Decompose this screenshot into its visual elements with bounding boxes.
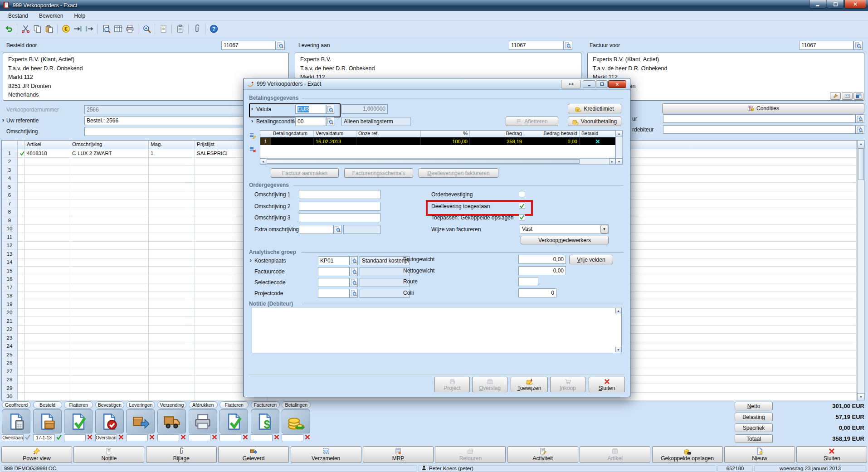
bottomtoolbar-bijlage-button[interactable]: Bijlage bbox=[146, 446, 217, 463]
analytic-lookup-2[interactable] bbox=[350, 278, 358, 287]
grid-row-number[interactable]: 22 bbox=[2, 326, 18, 334]
toolbar-note-button[interactable] bbox=[157, 23, 169, 35]
notitie-scroll-down[interactable]: ▼ bbox=[615, 347, 621, 352]
toolbar-back-button[interactable] bbox=[3, 23, 15, 35]
grid-cell[interactable] bbox=[25, 275, 70, 284]
grid-cell[interactable] bbox=[149, 250, 195, 258]
grid-cell[interactable] bbox=[70, 208, 149, 217]
toolbar-copy-button[interactable] bbox=[31, 23, 43, 35]
grid-row-number[interactable]: 26 bbox=[2, 359, 18, 368]
grid-row-number[interactable]: 24 bbox=[2, 342, 18, 351]
grid-cell[interactable] bbox=[149, 367, 195, 376]
toepassen-checkbox[interactable] bbox=[519, 214, 525, 220]
workflow-step-button-2[interactable] bbox=[64, 409, 93, 433]
party-lookup-button-0[interactable] bbox=[276, 41, 285, 50]
workflow-step-button-6[interactable] bbox=[189, 409, 217, 433]
right-field-1[interactable] bbox=[663, 125, 855, 134]
payment-scroll-thumb[interactable] bbox=[267, 159, 580, 164]
grid-cell[interactable] bbox=[149, 317, 195, 326]
grid-row-number[interactable]: 7 bbox=[2, 200, 18, 208]
grid-cell[interactable] bbox=[25, 175, 70, 183]
grid-cell[interactable] bbox=[25, 200, 70, 208]
verkoopmedewerkers-button[interactable]: Verkoopmedewerkers bbox=[521, 236, 609, 244]
payment-row-number[interactable]: 1 bbox=[260, 137, 271, 145]
grid-cell[interactable] bbox=[25, 367, 70, 376]
betalingsconditie-lookup-button[interactable] bbox=[326, 117, 334, 126]
grid-cell[interactable] bbox=[149, 166, 195, 175]
grid-cell[interactable] bbox=[25, 166, 70, 175]
omschrijving-field-2[interactable] bbox=[299, 202, 380, 211]
grid-cell[interactable] bbox=[25, 384, 70, 393]
grid-cell[interactable]: 1 bbox=[149, 149, 195, 158]
grid-cell[interactable] bbox=[25, 326, 70, 334]
dialog-close-button[interactable] bbox=[608, 80, 626, 88]
grid-cell[interactable] bbox=[149, 225, 195, 234]
grid-cell[interactable]: 4818318 bbox=[25, 149, 70, 158]
grid-cell[interactable] bbox=[149, 334, 195, 342]
grid-cell[interactable] bbox=[70, 292, 149, 301]
workflow-step-label-8[interactable]: Factureren bbox=[251, 401, 280, 409]
grid-row-number[interactable]: 15 bbox=[2, 267, 18, 275]
workflow-step-button-1[interactable] bbox=[33, 409, 62, 433]
right-field-lookup-1[interactable] bbox=[855, 125, 864, 134]
workflow-step-label-2[interactable]: Fiatteren bbox=[64, 401, 93, 409]
grid-cell[interactable] bbox=[25, 250, 70, 258]
toolbar-clipboard-button[interactable] bbox=[174, 23, 186, 35]
kredietlimiet-button[interactable]: Kredietlimiet bbox=[568, 104, 621, 113]
grid-cell[interactable] bbox=[149, 267, 195, 275]
maximize-button[interactable] bbox=[827, 0, 844, 9]
grid-cell[interactable] bbox=[25, 242, 70, 250]
grid-cell[interactable]: C-LUX 2 ZWART bbox=[70, 149, 149, 158]
grid-cell[interactable] bbox=[149, 283, 195, 292]
grid-cell[interactable] bbox=[25, 225, 70, 234]
extra-omschrijving-field[interactable] bbox=[299, 225, 333, 234]
grid-cell[interactable] bbox=[25, 208, 70, 217]
grid-cell[interactable] bbox=[149, 275, 195, 284]
toolbar-preview-button[interactable] bbox=[100, 23, 112, 35]
grid-cell[interactable] bbox=[70, 393, 149, 401]
grid-cell[interactable] bbox=[70, 258, 149, 267]
analytic-right-field-0[interactable]: 0,00 bbox=[518, 255, 566, 264]
grid-cell[interactable] bbox=[70, 216, 149, 225]
grid-cell[interactable] bbox=[70, 326, 149, 334]
window-icon-mini-button[interactable] bbox=[853, 92, 863, 100]
toolbar-print-button[interactable] bbox=[124, 23, 136, 35]
grid-cell[interactable] bbox=[149, 200, 195, 208]
workflow-step-button-9[interactable] bbox=[282, 409, 310, 433]
totals-specifiek-button[interactable]: Specifiek bbox=[735, 423, 773, 432]
right-field-lookup-0[interactable] bbox=[855, 114, 864, 123]
grid-row-number[interactable]: 25 bbox=[2, 350, 18, 359]
right-field-0[interactable] bbox=[663, 114, 855, 123]
grid-cell[interactable] bbox=[70, 158, 149, 166]
workflow-step-button-8[interactable]: $ bbox=[251, 409, 279, 433]
grid-cell[interactable] bbox=[149, 191, 195, 200]
grid-row-number[interactable]: 23 bbox=[2, 334, 18, 342]
grid-cell[interactable] bbox=[149, 216, 195, 225]
grid-cell[interactable] bbox=[25, 393, 70, 401]
grid-row-number[interactable]: 4 bbox=[2, 175, 18, 183]
totals-totaal-button[interactable]: Totaal bbox=[735, 434, 773, 443]
grid-cell[interactable] bbox=[25, 292, 70, 301]
grid-cell[interactable] bbox=[25, 334, 70, 342]
grid-cell[interactable] bbox=[149, 326, 195, 334]
grid-row-number[interactable]: 6 bbox=[2, 191, 18, 200]
grid-cell[interactable] bbox=[25, 216, 70, 225]
grid-row-number[interactable]: 17 bbox=[2, 283, 18, 292]
analytic-right-field-1[interactable]: 0,00 bbox=[518, 266, 566, 275]
vrije-velden-button[interactable]: Vrije velden bbox=[569, 255, 613, 264]
analytic-lookup-0[interactable] bbox=[350, 256, 358, 265]
workflow-step-button-7[interactable] bbox=[219, 409, 248, 433]
workflow-step-label-9[interactable]: Betalingen bbox=[282, 401, 311, 409]
workflow-step-button-0[interactable] bbox=[2, 409, 30, 433]
analytic-field-0[interactable]: KP01 bbox=[318, 256, 350, 265]
extra-omschrijving-lookup[interactable] bbox=[333, 225, 341, 234]
grid-row-number[interactable]: 1 bbox=[2, 149, 18, 158]
bottomtoolbar-notitie-button[interactable]: Notitie bbox=[73, 446, 144, 463]
wrench-mini-button[interactable] bbox=[830, 92, 841, 100]
workflow-step-label-0[interactable]: Geoffreerd bbox=[2, 401, 31, 409]
grid-cell[interactable] bbox=[25, 359, 70, 368]
grid-row-number[interactable]: 8 bbox=[2, 208, 18, 217]
notitie-textarea[interactable] bbox=[252, 307, 622, 353]
analytic-desc-0[interactable]: Standaard kostenpla bbox=[360, 256, 410, 265]
toolbar-attach-button[interactable] bbox=[191, 23, 203, 35]
